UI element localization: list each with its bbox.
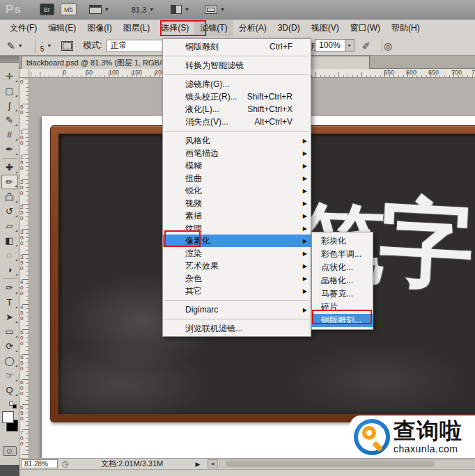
brush-preset-arrow[interactable]: ▼ — [18, 43, 23, 48]
menu-help[interactable]: 帮助(H) — [386, 19, 426, 37]
opacity-combo-arrow[interactable]: ▸ — [345, 39, 355, 51]
menu-edit[interactable]: 编辑(E) — [42, 19, 81, 37]
menu-item-distort[interactable]: 扭曲▶ — [163, 172, 311, 184]
tool-quick-select[interactable]: ✎ — [1, 113, 18, 127]
mini-background-swatch[interactable] — [13, 404, 17, 408]
tool-clone-stamp[interactable]: 凸 — [1, 189, 18, 204]
tool-crop[interactable]: # — [1, 127, 18, 142]
submenu-item-color-halftone[interactable]: 彩色半调... — [312, 248, 373, 261]
zoom-level-dropdown-arrow[interactable]: ▼ — [149, 7, 154, 12]
launch-bridge-button[interactable]: Br — [40, 3, 54, 15]
tool-dodge[interactable]: ◑ — [1, 262, 18, 277]
tool-marquee[interactable]: ▢ — [1, 84, 18, 98]
zoom-level-field[interactable]: 81.3 — [132, 6, 146, 14]
tool-3d-rotate[interactable]: ⟳ — [1, 339, 18, 354]
view-extras-dropdown-arrow[interactable]: ▼ — [104, 7, 109, 12]
toolbox: ✛ ▢ ʃ ✎ # ✒ ✚ ✏ 凸 ↺ ▱ ◧ ◌ ◑ ✑ T ➤ ▭ ⟳ ◯ … — [0, 56, 20, 476]
tool-gradient[interactable]: ◧ — [1, 233, 18, 248]
ruler-label: 100 — [109, 69, 119, 76]
launch-minibridge-button[interactable]: Mb — [61, 3, 77, 15]
menu-item-render[interactable]: 渲染▶ — [163, 247, 311, 260]
menu-item-noise[interactable]: 杂色▶ — [163, 272, 311, 285]
view-extras-icon[interactable] — [89, 5, 102, 14]
menu-item-blur[interactable]: 模糊▶ — [163, 159, 311, 172]
menu-item-digimarc[interactable]: Digimarc▶ — [163, 303, 311, 316]
submenu-item-facet[interactable]: 彩块化 — [312, 235, 373, 248]
tool-pen[interactable]: ✑ — [1, 280, 18, 295]
toggle-brush-panel-icon[interactable] — [61, 41, 73, 51]
menu-item-browse-filters-online[interactable]: 浏览联机滤镜... — [163, 322, 311, 335]
screen-mode-dropdown-arrow[interactable]: ▼ — [220, 7, 225, 12]
menu-item-sharpen[interactable]: 锐化▶ — [163, 184, 311, 197]
menu-separator — [164, 319, 309, 319]
menu-item-artistic[interactable]: 艺术效果▶ — [163, 260, 311, 272]
menu-image[interactable]: 图像(I) — [81, 19, 117, 37]
tool-zoom[interactable]: Q — [1, 383, 18, 397]
screen-mode-icon[interactable] — [205, 6, 217, 14]
tool-eraser[interactable]: ▱ — [1, 219, 18, 233]
menu-view[interactable]: 视图(V) — [306, 19, 345, 37]
tool-type[interactable]: T — [1, 295, 18, 310]
foreground-color-swatch[interactable] — [2, 411, 14, 423]
menu-select[interactable]: 选择(S) — [155, 19, 194, 37]
submenu-item-mezzotint[interactable]: 铜版雕刻... — [312, 314, 373, 327]
status-zoom-field[interactable]: 81.28% — [22, 459, 58, 468]
ruler-label: 650 — [428, 69, 439, 76]
menu-item-convert-smart-filters[interactable]: 转换为智能滤镜 — [163, 59, 311, 72]
quick-mask-button[interactable] — [3, 446, 17, 456]
menu-file[interactable]: 文件(F) — [4, 19, 42, 37]
menu-separator — [164, 300, 309, 301]
menu-item-liquify[interactable]: 液化(L)...Shift+Ctrl+X — [163, 103, 311, 116]
menu-item-vanishing-point[interactable]: 消失点(V)...Alt+Ctrl+V — [163, 116, 311, 128]
opacity-control[interactable]: 100% ▸ — [315, 39, 355, 51]
submenu-item-fragment[interactable]: 碎片 — [312, 301, 373, 314]
toolbox-grip[interactable] — [0, 56, 19, 63]
menu-item-pixelate[interactable]: 像素化▶ — [163, 235, 311, 247]
tool-history-brush[interactable]: ↺ — [1, 204, 18, 219]
arrange-documents-dropdown-arrow[interactable]: ▼ — [185, 7, 189, 12]
menu-filter[interactable]: 滤镜(T) — [194, 19, 233, 37]
options-divider — [35, 39, 36, 53]
menu-item-sketch[interactable]: 素描▶ — [163, 209, 311, 222]
tool-eyedropper[interactable]: ✒ — [1, 142, 18, 157]
status-menu-arrow[interactable]: ▶ — [196, 461, 201, 468]
tool-3d-orbit[interactable]: ◯ — [1, 354, 18, 368]
tool-shape[interactable]: ▭ — [1, 324, 18, 339]
arrange-documents-icon[interactable] — [171, 5, 182, 14]
chalk-smudge — [288, 342, 469, 414]
opacity-value[interactable]: 100% — [315, 39, 345, 51]
submenu-item-mosaic[interactable]: 马赛克... — [312, 287, 373, 301]
submenu-item-crystallize[interactable]: 晶格化... — [312, 274, 373, 287]
ruler-origin-corner[interactable] — [20, 69, 29, 78]
tablet-pressure-icon[interactable]: ◎ — [384, 40, 392, 51]
airbrush-toggle-icon[interactable]: ✐ — [362, 40, 371, 51]
brush-size-picker[interactable]: ·5 — [40, 40, 45, 52]
menu-3d[interactable]: 3D(D) — [272, 20, 306, 35]
menu-window[interactable]: 窗口(W) — [345, 19, 386, 37]
menu-layer[interactable]: 图层(L) — [118, 19, 156, 37]
tool-move[interactable]: ✛ — [1, 69, 18, 84]
tool-hand[interactable]: ☞ — [1, 368, 18, 383]
menu-item-brush-strokes[interactable]: 画笔描边▶ — [163, 147, 311, 159]
tool-blur[interactable]: ◌ — [1, 248, 18, 262]
menu-item-mezzotint-repeat[interactable]: 铜版雕刻Ctrl+F — [163, 40, 311, 53]
brush-size-arrow[interactable]: ▼ — [47, 43, 52, 48]
tool-lasso[interactable]: ʃ — [1, 98, 18, 113]
menu-item-texture[interactable]: 纹理▶ — [163, 222, 311, 235]
scrollbar-thumb[interactable] — [226, 461, 435, 467]
horizontal-scrollbar[interactable] — [219, 459, 474, 468]
menu-item-video[interactable]: 视频▶ — [163, 197, 311, 209]
brush-preset-icon[interactable]: ✎ — [7, 40, 15, 51]
color-swatches[interactable] — [0, 402, 20, 443]
submenu-item-pointillize[interactable]: 点状化... — [312, 261, 373, 274]
menu-item-other[interactable]: 其它▶ — [163, 285, 311, 297]
menu-item-stylize[interactable]: 风格化▶ — [163, 134, 311, 147]
menu-analysis[interactable]: 分析(A) — [233, 19, 272, 37]
scroll-left-button[interactable]: ◄ — [208, 459, 218, 468]
tool-healing-brush[interactable]: ✚ — [1, 160, 18, 175]
window-bottom-strip — [20, 469, 475, 476]
menu-item-lens-correction[interactable]: 镜头校正(R)...Shift+Ctrl+R — [163, 90, 311, 103]
tool-brush[interactable]: ✏ — [1, 175, 18, 189]
menu-item-filter-gallery[interactable]: 滤镜库(G)... — [163, 78, 311, 90]
tool-path-select[interactable]: ➤ — [1, 310, 18, 324]
